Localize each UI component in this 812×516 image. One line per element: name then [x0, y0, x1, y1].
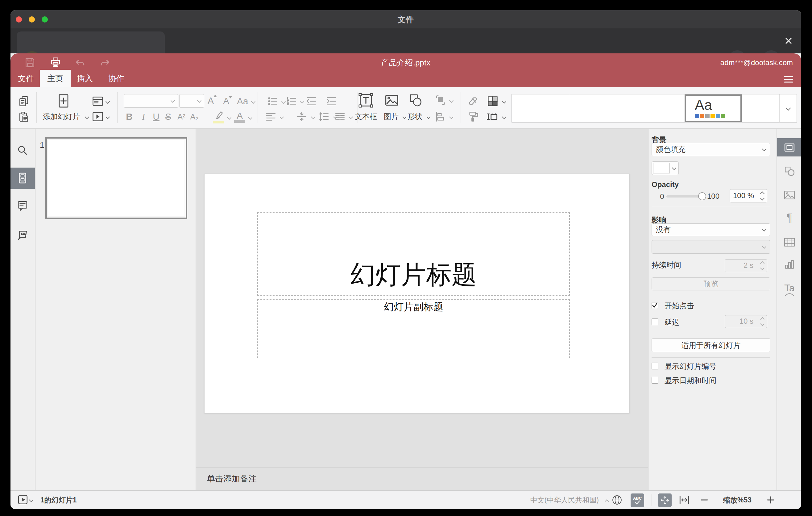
shape-settings-icon[interactable] — [784, 166, 795, 177]
opacity-spinner[interactable] — [761, 192, 764, 200]
start-slideshow-chevron-icon[interactable] — [106, 115, 110, 119]
slideshow-chevron-icon[interactable] — [29, 498, 33, 502]
effect-select[interactable]: 没有 — [651, 224, 770, 236]
delay-checkbox[interactable] — [651, 318, 658, 325]
fit-to-width-icon[interactable] — [679, 495, 690, 505]
add-slide-button[interactable]: 添加幻灯片 — [43, 112, 80, 122]
theme-item[interactable] — [512, 94, 569, 122]
language-chevron-icon[interactable] — [605, 499, 609, 504]
bullet-list-icon[interactable] — [267, 96, 278, 107]
spellcheck-toggle[interactable]: ABC — [631, 493, 644, 507]
slide-layout-icon[interactable] — [92, 96, 104, 107]
slides-panel-icon[interactable] — [17, 173, 28, 183]
numbered-list-chevron-icon[interactable] — [300, 99, 304, 104]
insert-image-label[interactable]: 图片 — [384, 112, 399, 122]
minimize-traffic-light[interactable] — [29, 16, 35, 23]
zoom-in-icon[interactable] — [767, 496, 775, 504]
menu-icon[interactable] — [784, 75, 793, 83]
save-icon[interactable] — [24, 57, 35, 68]
tab-home[interactable]: 主页 — [47, 73, 63, 84]
arrange-shapes-icon[interactable] — [435, 94, 446, 106]
tab-insert[interactable]: 插入 — [77, 73, 93, 84]
copy-style-icon[interactable] — [468, 111, 480, 122]
theme-gallery-chevron-icon[interactable] — [786, 106, 791, 111]
font-name-select[interactable] — [124, 94, 178, 108]
effect-type-select-disabled[interactable] — [651, 240, 770, 254]
arrange-shapes-chevron-icon[interactable] — [449, 98, 454, 103]
insert-image-chevron-icon[interactable] — [402, 115, 407, 119]
columns-chevron-icon[interactable] — [349, 115, 353, 119]
fit-to-slide-toggle[interactable] — [658, 493, 672, 507]
subscript-button[interactable]: A₂ — [190, 113, 198, 121]
print-icon[interactable] — [50, 57, 61, 68]
font-size-select[interactable] — [179, 94, 204, 108]
slide-size-icon[interactable] — [486, 111, 498, 122]
globe-icon[interactable] — [611, 494, 622, 506]
decrease-indent-icon[interactable] — [306, 96, 317, 107]
color-scheme-icon[interactable] — [487, 95, 498, 107]
theme-item[interactable] — [626, 94, 683, 122]
slide-canvas[interactable]: 幻灯片标题 幻灯片副标题 — [196, 129, 648, 467]
fill-type-select[interactable]: 颜色填充 — [651, 143, 770, 156]
columns-icon[interactable] — [335, 111, 346, 122]
horizontal-align-icon[interactable] — [265, 111, 277, 122]
chat-icon[interactable] — [17, 230, 28, 241]
chart-settings-icon[interactable] — [784, 259, 795, 270]
increase-font-button[interactable]: A — [207, 96, 214, 106]
align-shapes-icon[interactable] — [435, 111, 446, 122]
delay-spinner[interactable] — [761, 318, 764, 325]
underline-button[interactable]: U — [153, 112, 160, 121]
theme-item-selected[interactable]: Aa — [685, 94, 742, 122]
text-box-label[interactable]: 文本框 — [355, 112, 377, 122]
language-selector[interactable]: 中文(中华人民共和国) — [530, 495, 599, 505]
close-icon[interactable] — [784, 36, 793, 46]
delay-input[interactable]: 10 s — [725, 315, 767, 328]
horizontal-align-chevron-icon[interactable] — [280, 115, 284, 119]
insert-shape-chevron-icon[interactable] — [426, 115, 431, 119]
paste-icon[interactable] — [18, 111, 29, 122]
italic-button[interactable]: I — [142, 112, 145, 121]
close-traffic-light[interactable] — [16, 16, 22, 23]
vertical-align-icon[interactable] — [296, 111, 307, 122]
image-settings-icon[interactable] — [784, 190, 795, 201]
fill-color-picker[interactable] — [651, 162, 679, 175]
duration-spinner[interactable] — [761, 262, 764, 270]
bullet-list-chevron-icon[interactable] — [281, 99, 286, 104]
superscript-button[interactable]: A² — [177, 113, 185, 121]
font-color-chevron-icon[interactable] — [248, 115, 252, 120]
start-on-click-checkbox[interactable] — [651, 302, 658, 309]
slide-layout-chevron-icon[interactable] — [106, 99, 110, 104]
highlight-color-button[interactable] — [213, 110, 224, 122]
slide-thumbnail-selected[interactable] — [45, 137, 187, 219]
notes-area[interactable]: 单击添加备注 — [196, 467, 648, 490]
slide-settings-icon[interactable] — [784, 142, 795, 153]
paragraph-settings-icon[interactable]: ¶ — [786, 211, 792, 224]
search-icon[interactable] — [17, 145, 28, 156]
tab-collaboration[interactable]: 协作 — [108, 73, 124, 84]
vertical-align-chevron-icon[interactable] — [311, 115, 315, 119]
add-slide-icon[interactable] — [57, 94, 70, 109]
start-slideshow-status-icon[interactable] — [18, 494, 28, 505]
duration-input[interactable]: 2 s — [725, 259, 767, 272]
tab-file[interactable]: 文件 — [18, 73, 34, 84]
zoom-out-icon[interactable] — [700, 496, 708, 504]
title-placeholder[interactable]: 幻灯片标题 — [257, 212, 570, 296]
slide-size-chevron-icon[interactable] — [502, 115, 506, 119]
copy-icon[interactable] — [18, 96, 29, 107]
opacity-value-input[interactable]: 100 % — [730, 189, 767, 202]
change-case-button[interactable]: Aa — [237, 96, 248, 106]
add-slide-chevron-icon[interactable] — [85, 115, 89, 119]
strikethrough-button[interactable]: S — [165, 112, 171, 121]
show-slide-number-checkbox[interactable] — [651, 363, 658, 369]
highlight-chevron-icon[interactable] — [227, 115, 231, 120]
text-box-icon[interactable] — [358, 93, 374, 108]
line-spacing-icon[interactable] — [318, 111, 329, 122]
numbered-list-icon[interactable] — [286, 96, 297, 107]
subtitle-placeholder[interactable]: 幻灯片副标题 — [257, 299, 570, 358]
decrease-font-button[interactable]: A — [223, 96, 229, 105]
preview-button[interactable]: 预览 — [651, 278, 770, 290]
start-slideshow-icon[interactable] — [92, 111, 104, 122]
opacity-slider-knob[interactable] — [698, 192, 706, 200]
increase-indent-icon[interactable] — [326, 96, 337, 107]
bold-button[interactable]: B — [126, 112, 133, 121]
